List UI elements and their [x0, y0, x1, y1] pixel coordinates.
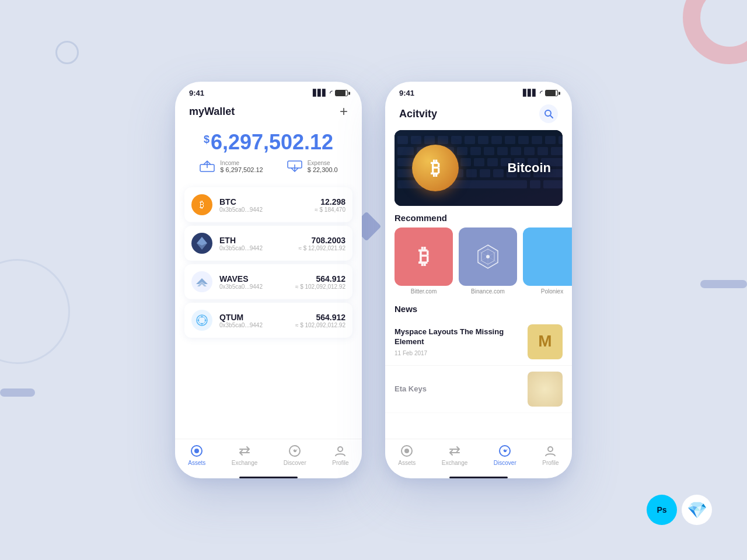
- news-content-1: Myspace Layouts The Missing Element 11 F…: [395, 327, 522, 357]
- balance-section: $ 6,297,502.12 Income: [175, 125, 362, 183]
- nav-indicator-1: [239, 477, 298, 478]
- qtum-name: QTUM: [219, 313, 295, 322]
- wallet-header: myWallet +: [175, 100, 362, 125]
- svg-point-9: [201, 323, 203, 325]
- expense-label: Expense: [308, 160, 338, 166]
- status-bar-2: 9:41 ▋▋▋ ◜: [385, 82, 572, 100]
- battery-fill-1: [336, 90, 345, 96]
- eth-addr: 0x3b5ca0...9442: [219, 245, 298, 251]
- nav-exchange-1[interactable]: Exchange: [232, 444, 257, 466]
- nav-label-assets-1: Assets: [188, 460, 205, 466]
- qtum-addr: 0x3b5ca0...9442: [219, 322, 295, 328]
- svg-rect-19: [397, 136, 408, 144]
- coin-item-btc[interactable]: ₿ BTC 0x3b5ca0...9442 12.298 ≈ $ 184,470: [184, 187, 352, 222]
- news-item-1[interactable]: Myspace Layouts The Missing Element 11 F…: [385, 318, 572, 366]
- bitcoin-banner[interactable]: ₿ Bitcoin: [395, 130, 563, 206]
- coin-item-eth[interactable]: ETH 0x3b5ca0...9442 708.2003 ≈ $ 12,092,…: [184, 226, 352, 261]
- sketch-icon: 💎: [682, 495, 712, 525]
- activity-title: Acitvity: [399, 108, 437, 120]
- svg-rect-26: [491, 136, 502, 144]
- svg-rect-43: [551, 147, 563, 155]
- phones-container: 9:41 ▋▋▋ ◜ myWallet + $ 6,297,502.12: [175, 82, 572, 478]
- svg-point-81: [548, 447, 553, 452]
- nav-discover-2[interactable]: Discover: [494, 444, 516, 466]
- news-item-2[interactable]: Eta Keys: [385, 366, 572, 413]
- bg-rect-left: [0, 388, 35, 397]
- nav-label-assets-2: Assets: [398, 460, 416, 466]
- qtum-usd: ≈ $ 102,092,012.92: [295, 322, 345, 328]
- news-content-2: Eta Keys: [395, 384, 522, 394]
- nav-label-discover-2: Discover: [494, 460, 516, 466]
- nav-profile-1[interactable]: Profile: [332, 444, 348, 466]
- svg-rect-24: [465, 136, 475, 144]
- news-image-1: M: [528, 324, 563, 359]
- news-title-1: Myspace Layouts The Missing Element: [395, 327, 522, 347]
- waves-icon: [191, 271, 212, 292]
- binance-card: [459, 228, 517, 286]
- news-img-circle-2: [528, 372, 563, 407]
- coin-item-waves[interactable]: WAVES 0x3b5ca0...9442 564.912 ≈ $ 102,09…: [184, 264, 352, 299]
- add-button[interactable]: +: [340, 104, 348, 118]
- eth-info: ETH 0x3b5ca0...9442: [219, 236, 298, 251]
- btc-value: 12.298 ≈ $ 184,470: [315, 197, 345, 213]
- time-2: 9:41: [399, 89, 414, 97]
- news-image-2: [528, 372, 563, 407]
- wallet-phone: 9:41 ▋▋▋ ◜ myWallet + $ 6,297,502.12: [175, 82, 362, 478]
- eth-usd: ≈ $ 12,092,021.92: [298, 245, 345, 251]
- svg-rect-68: [530, 180, 540, 188]
- svg-rect-60: [480, 169, 490, 177]
- svg-rect-38: [484, 147, 494, 155]
- status-icons-2: ▋▋▋ ◜: [523, 89, 558, 97]
- waves-addr: 0x3b5ca0...9442: [219, 284, 295, 290]
- nav-label-exchange-2: Exchange: [442, 460, 467, 466]
- nav-assets-1[interactable]: Assets: [188, 444, 205, 466]
- svg-rect-48: [460, 158, 471, 166]
- btc-info: BTC 0x3b5ca0...9442: [219, 197, 315, 213]
- exchange-icon-1: [238, 444, 252, 458]
- currency-symbol: $: [204, 134, 210, 146]
- income-expense: Income $ 6,297,502.12: [189, 159, 348, 173]
- nav-discover-1[interactable]: Discover: [284, 444, 306, 466]
- assets-icon-1: [190, 444, 204, 458]
- tools-icons: Ps 💎: [647, 495, 712, 525]
- bitcoin-card: ₿: [395, 228, 453, 286]
- svg-rect-40: [511, 147, 521, 155]
- profile-icon-2: [543, 444, 557, 458]
- news-title: News: [385, 302, 572, 318]
- recommend-bitcoin[interactable]: ₿ Bitter.com: [395, 228, 453, 295]
- bitcoin-label: Bitter.com: [395, 288, 453, 295]
- nav-exchange-2[interactable]: Exchange: [442, 444, 467, 466]
- status-icons-1: ▋▋▋ ◜: [313, 89, 348, 97]
- eth-name: ETH: [219, 236, 298, 245]
- coin-item-qtum[interactable]: QTUM 0x3b5ca0...9442 564.912 ≈ $ 102,092…: [184, 303, 352, 338]
- nav-assets-2[interactable]: Assets: [398, 444, 416, 466]
- recommend-title: Recommend: [385, 213, 572, 228]
- recommend-binance[interactable]: Binance.com: [459, 228, 517, 295]
- activity-phone: 9:41 ▋▋▋ ◜ Acitvity: [385, 82, 572, 478]
- battery-fill-2: [546, 90, 556, 96]
- nav-label-discover-1: Discover: [284, 460, 306, 466]
- svg-rect-42: [537, 147, 548, 155]
- qtum-amount: 564.912: [295, 313, 345, 322]
- eth-value: 708.2003 ≈ $ 12,092,021.92: [298, 236, 345, 251]
- qtum-icon: [191, 310, 212, 331]
- recommend-poloniex[interactable]: Poloniex: [523, 228, 572, 295]
- btc-addr: 0x3b5ca0...9442: [219, 206, 315, 213]
- photoshop-icon: Ps: [647, 495, 677, 525]
- search-button[interactable]: [539, 104, 558, 123]
- svg-rect-28: [518, 136, 529, 144]
- svg-rect-22: [438, 136, 448, 144]
- nav-profile-2[interactable]: Profile: [542, 444, 558, 466]
- bg-rect-right: [700, 280, 747, 288]
- activity-header: Acitvity: [385, 100, 572, 130]
- assets-icon-2: [400, 444, 414, 458]
- svg-point-11: [205, 320, 207, 321]
- nav-indicator-2: [449, 477, 508, 478]
- waves-info: WAVES 0x3b5ca0...9442: [219, 274, 295, 290]
- wallet-title: myWallet: [189, 106, 235, 118]
- svg-rect-39: [497, 147, 508, 155]
- exchange-icon-2: [448, 444, 462, 458]
- discover-icon-2: [498, 444, 512, 458]
- svg-rect-31: [558, 136, 563, 144]
- btc-name: BTC: [219, 197, 315, 206]
